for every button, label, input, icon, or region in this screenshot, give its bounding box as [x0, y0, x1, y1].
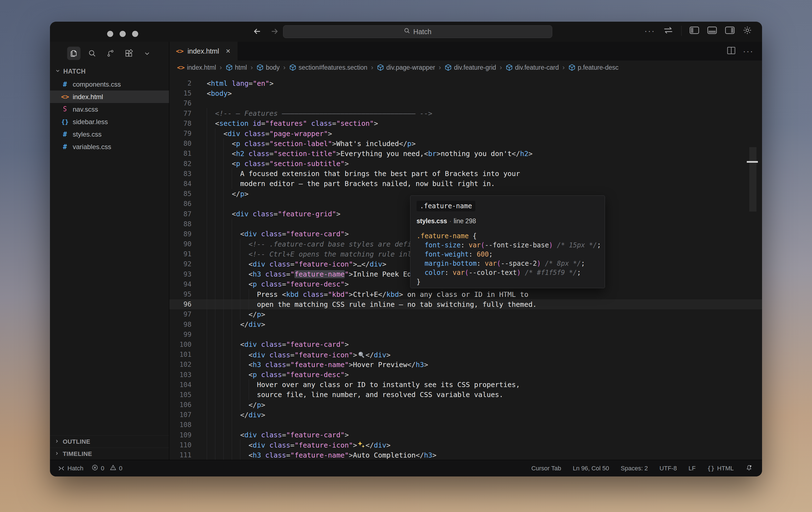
breadcrumb-item[interactable]: html [226, 64, 247, 72]
search-sidebar-icon[interactable] [85, 47, 99, 60]
scrollbar-thumb[interactable] [749, 147, 756, 211]
indent-guide [207, 439, 207, 451]
code-token: p [236, 140, 240, 148]
code-line-100[interactable]: 100 <div class="feature-card"> [169, 340, 762, 349]
file-item-sidebar.less[interactable]: {}sidebar.less [50, 115, 169, 128]
code-line-76[interactable]: 76 [169, 98, 762, 108]
code-line-101[interactable]: 101 <div class="feature-icon"></div> [169, 349, 762, 360]
peek-css-code[interactable]: .feature-name { font-size: var(--font-si… [416, 232, 599, 287]
indent-guide [232, 178, 232, 189]
code-token [299, 290, 303, 298]
forward-icon[interactable] [270, 27, 279, 36]
line-content: <div class="feature-icon"></div> [207, 350, 762, 359]
peek-code-line[interactable]: } [416, 277, 599, 287]
maximize-window-button[interactable] [132, 31, 138, 37]
source-control-icon[interactable] [104, 47, 117, 60]
peek-code-line[interactable]: font-size: var(--font-size-base) /* 15px… [416, 241, 599, 250]
breadcrumb-item[interactable]: div.page-wrapper [377, 64, 435, 72]
more-actions-icon[interactable]: ··· [644, 26, 655, 35]
breadcrumb-item[interactable]: body [256, 64, 280, 72]
peek-source-line[interactable]: styles.css·line 298 [416, 218, 599, 225]
peek-code-line[interactable]: .feature-name { [416, 232, 599, 241]
code-line-108[interactable]: 108 [169, 420, 762, 430]
line-content: <div class="feature-icon"></div> [207, 440, 762, 449]
chevron-down-icon[interactable] [140, 47, 154, 60]
peek-code-line[interactable]: margin-bottom: var(--space-2) /* 8px */; [416, 259, 599, 268]
close-window-button[interactable] [107, 31, 113, 37]
line-number: 88 [169, 220, 194, 228]
timeline-section-header[interactable]: TIMELINE [50, 448, 169, 460]
code-line-99[interactable]: 99 [169, 330, 762, 340]
file-item-styles.css[interactable]: #styles.css [50, 128, 169, 141]
indent-guide [207, 118, 207, 129]
tab-index-html[interactable]: <> index.html × [169, 41, 237, 60]
breadcrumb-item[interactable]: section#features.section [289, 64, 368, 72]
status-item-ln-96-col-50[interactable]: Ln 96, Col 50 [573, 465, 609, 472]
peek-code-line[interactable]: font-weight: 600; [416, 250, 599, 259]
toggle-right-panel-icon[interactable] [725, 26, 735, 35]
code-line-84[interactable]: 84 modern editor — the part Brackets nai… [169, 179, 762, 189]
extensions-icon[interactable] [122, 47, 136, 60]
code-line-95[interactable]: 95 Press <kbd class="kbd">Ctrl+E</kbd> o… [169, 289, 762, 299]
code-line-96[interactable]: 96 open the matching CSS rule inline — n… [169, 299, 762, 309]
code-line-98[interactable]: 98 </div> [169, 320, 762, 330]
outline-section-header[interactable]: OUTLINE [50, 435, 169, 448]
peek-code-line[interactable]: color: var(--color-text) /* #f1f5f9 */; [416, 268, 599, 277]
status-item-cursor-tab[interactable]: Cursor Tab [531, 465, 561, 472]
back-icon[interactable] [253, 27, 262, 36]
code-line-83[interactable]: 83 A focused extension that brings the b… [169, 169, 762, 179]
problems-indicator[interactable]: 0 0 [92, 464, 122, 473]
code-line-79[interactable]: 79 <div class="page-wrapper"> [169, 129, 762, 139]
code-line-107[interactable]: 107 </div> [169, 410, 762, 420]
code-line-2[interactable]: 2<html lang="en"> [169, 78, 762, 88]
remote-indicator[interactable]: Hatch [58, 465, 83, 472]
minimize-window-button[interactable] [120, 31, 126, 37]
command-center-search[interactable]: Hatch [283, 25, 552, 38]
code-line-105[interactable]: 105 source file, line number, and resolv… [169, 390, 762, 400]
indent-guide [215, 208, 215, 219]
toggle-bottom-panel-icon[interactable] [707, 26, 717, 35]
code-line-103[interactable]: 103 <p class="feature-desc"> [169, 370, 762, 379]
close-tab-icon[interactable]: × [226, 47, 230, 56]
code-line-82[interactable]: 82 <p class="section-subtitle"> [169, 159, 762, 169]
file-item-index.html[interactable]: <>index.html [50, 90, 169, 103]
code-line-102[interactable]: 102 <h3 class="feature-name">Hover Previ… [169, 360, 762, 370]
code-line-15[interactable]: 15<body> [169, 88, 762, 98]
code-line-80[interactable]: 80 <p class="section-label">What's inclu… [169, 139, 762, 148]
code-line-104[interactable]: 104 Hover over any class or ID to instan… [169, 380, 762, 390]
breadcrumb-item[interactable]: div.feature-card [505, 64, 559, 72]
status-item-utf-8[interactable]: UTF-8 [660, 465, 677, 472]
toggle-left-panel-icon[interactable] [689, 26, 699, 35]
code-line-77[interactable]: 77 <!-- — Features —————————————————————… [169, 109, 762, 119]
explorer-files-icon[interactable] [67, 47, 81, 60]
status-item-spaces-2[interactable]: Spaces: 2 [621, 465, 648, 472]
code-line-110[interactable]: 110 <div class="feature-icon"></div> [169, 440, 762, 450]
status-item-language-mode[interactable]: {} HTML [707, 465, 734, 472]
code-line-106[interactable]: 106 </p> [169, 400, 762, 410]
status-item-lf[interactable]: LF [689, 465, 696, 472]
code-token: > [353, 351, 357, 359]
code-line-109[interactable]: 109 <div class="feature-card"> [169, 430, 762, 440]
breadcrumb-separator: › [562, 64, 565, 72]
more-editor-actions-icon[interactable]: ··· [743, 46, 754, 56]
file-item-variables.css[interactable]: #variables.css [50, 141, 169, 153]
notifications-bell-icon[interactable] [745, 464, 753, 473]
indent-guide [223, 208, 224, 219]
breadcrumb-item[interactable]: <>index.html [177, 64, 216, 72]
line-content [207, 421, 762, 429]
code-token: > [228, 89, 232, 97]
code-line-81[interactable]: 81 <h2 class="section-title">Everything … [169, 148, 762, 159]
file-item-components.css[interactable]: #components.css [50, 78, 169, 90]
code-line-111[interactable]: 111 <h3 class="feature-name">Auto Comple… [169, 450, 762, 460]
breadcrumb-item[interactable]: p.feature-desc [568, 64, 618, 72]
project-root-header[interactable]: HATCH [50, 64, 169, 78]
split-editor-icon[interactable] [727, 46, 736, 56]
file-name: variables.css [73, 143, 111, 151]
code-line-97[interactable]: 97 </p> [169, 309, 762, 319]
breadcrumb-item[interactable]: div.feature-grid [444, 64, 496, 72]
file-item-nav.scss[interactable]: nav.scss [50, 103, 169, 115]
code-line-78[interactable]: 78 <section id="features" class="section… [169, 119, 762, 129]
sync-arrows-icon[interactable] [663, 26, 673, 36]
code-token: = [282, 230, 286, 238]
settings-gear-icon[interactable] [743, 26, 752, 36]
